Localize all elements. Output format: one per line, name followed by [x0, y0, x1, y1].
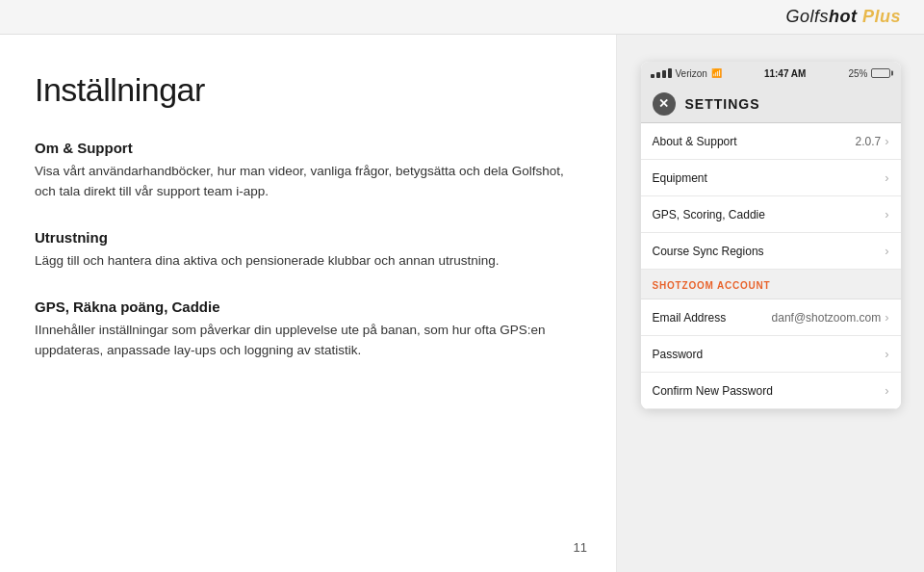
- top-bar: Golfshot Plus: [0, 0, 924, 35]
- close-icon: ✕: [658, 96, 669, 111]
- page-title: Inställningar: [35, 71, 581, 109]
- carrier-label: Verizon: [676, 68, 707, 79]
- section-text-gps: IInnehåller inställningar som påverkar d…: [35, 321, 581, 361]
- course-sync-chevron: ›: [885, 244, 888, 258]
- logo: Golfshot Plus: [785, 7, 901, 27]
- left-panel: Inställningar Om & Support Visa vårt anv…: [0, 35, 616, 572]
- section-text-om-support: Visa vårt användarhandböcker, hur man vi…: [35, 162, 581, 202]
- chevron-icon: ›: [885, 244, 888, 258]
- phone-status-bar: Verizon 📶 11:47 AM 25%: [641, 62, 901, 85]
- logo-shot: hot: [829, 7, 857, 26]
- about-support-value: 2.0.7 ›: [855, 134, 888, 148]
- section-utrustning: Utrustning Lägg till och hantera dina ak…: [35, 229, 581, 272]
- settings-title: SETTINGS: [685, 96, 760, 112]
- logo-plus: Plus: [862, 7, 901, 26]
- settings-row-confirm-password[interactable]: Confirm New Password ›: [641, 373, 901, 409]
- section-om-support: Om & Support Visa vårt användarhandböcke…: [35, 140, 581, 202]
- settings-row-equipment[interactable]: Equipment ›: [641, 160, 901, 196]
- equipment-chevron: ›: [885, 170, 888, 185]
- status-time: 11:47 AM: [764, 68, 807, 79]
- course-sync-label: Course Sync Regions: [653, 245, 764, 258]
- settings-row-course-sync[interactable]: Course Sync Regions ›: [641, 233, 901, 270]
- chevron-icon: ›: [885, 347, 888, 361]
- settings-row-gps-scoring[interactable]: GPS, Scoring, Caddie ›: [641, 196, 901, 233]
- chevron-icon: ›: [885, 310, 888, 325]
- gps-scoring-chevron: ›: [885, 207, 888, 221]
- equipment-label: Equipment: [653, 171, 707, 185]
- battery-pct: 25%: [848, 68, 867, 79]
- section-title-om-support: Om & Support: [35, 140, 581, 156]
- close-button[interactable]: ✕: [653, 92, 676, 116]
- settings-header: ✕ SETTINGS: [641, 85, 901, 123]
- section-gps: GPS, Räkna poäng, Caddie IInnehåller ins…: [35, 299, 581, 361]
- chevron-icon: ›: [885, 170, 888, 185]
- page-number: 11: [574, 540, 587, 555]
- settings-row-about[interactable]: About & Support 2.0.7 ›: [641, 123, 901, 160]
- signal-icon: [651, 68, 672, 78]
- confirm-password-chevron: ›: [885, 383, 888, 398]
- wifi-icon: 📶: [711, 68, 722, 78]
- settings-row-password[interactable]: Password ›: [641, 336, 901, 373]
- right-panel: Verizon 📶 11:47 AM 25% ✕ SETTINGS: [616, 35, 924, 572]
- chevron-icon: ›: [885, 383, 888, 398]
- status-right: 25%: [848, 68, 890, 79]
- section-title-gps: GPS, Räkna poäng, Caddie: [35, 299, 581, 315]
- main-layout: Inställningar Om & Support Visa vårt anv…: [0, 35, 924, 572]
- gps-scoring-label: GPS, Scoring, Caddie: [653, 208, 765, 221]
- section-title-utrustning: Utrustning: [35, 229, 581, 246]
- shotzoom-account-section-header: SHOTZOOM ACCOUNT: [641, 270, 901, 299]
- password-chevron: ›: [885, 347, 888, 361]
- settings-row-email[interactable]: Email Address danf@shotzoom.com ›: [641, 299, 901, 336]
- chevron-icon: ›: [885, 134, 888, 148]
- status-left: Verizon 📶: [651, 68, 722, 79]
- email-value: danf@shotzoom.com ›: [772, 310, 889, 325]
- battery-icon: [871, 68, 890, 78]
- shotzoom-account-label: SHOTZOOM ACCOUNT: [653, 280, 771, 291]
- email-label: Email Address: [653, 311, 727, 325]
- about-support-label: About & Support: [653, 135, 737, 148]
- password-label: Password: [653, 348, 704, 361]
- chevron-icon: ›: [885, 207, 888, 221]
- settings-list: About & Support 2.0.7 › Equipment › GPS,…: [641, 123, 901, 409]
- logo-golf: Golfs: [785, 7, 829, 26]
- section-text-utrustning: Lägg till och hantera dina aktiva och pe…: [35, 251, 581, 272]
- phone-screen: Verizon 📶 11:47 AM 25% ✕ SETTINGS: [641, 62, 901, 409]
- confirm-password-label: Confirm New Password: [653, 384, 773, 398]
